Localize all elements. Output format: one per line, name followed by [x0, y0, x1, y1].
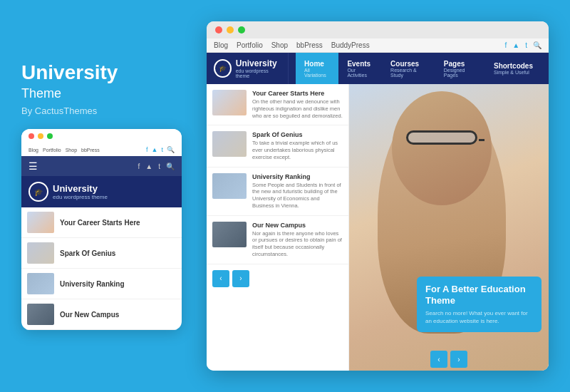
list-item-title: Our New Campus — [60, 311, 119, 319]
campus-img — [212, 222, 247, 247]
list-item-desc: To take a trivial example which of us ev… — [252, 140, 343, 160]
topbar-link-bbpress[interactable]: bbPress — [296, 41, 323, 49]
theme-subtitle: Theme — [21, 86, 185, 101]
left-panel: University Theme By CactusThemes BlogPor… — [21, 62, 185, 331]
list-item-image — [27, 212, 54, 233]
glasses-bridge — [479, 139, 484, 141]
list-item-img — [212, 222, 247, 247]
theme-author: By CactusThemes — [21, 105, 185, 116]
topbar-link-shop[interactable]: Shop — [271, 41, 288, 49]
mobile-logo-bar: 🎓 University edu wordpress theme — [21, 176, 182, 207]
browser-logo-title: University — [236, 58, 281, 68]
browser-list-panel: Your Career Starts Here On the other han… — [207, 84, 349, 371]
browser-logo-icon: 🎓 — [214, 59, 232, 78]
list-item-image — [27, 273, 54, 294]
mobile-search-icon[interactable]: 🔍 — [166, 163, 175, 170]
hero-head — [392, 91, 492, 205]
list-item-title: Your Career Starts Here — [252, 90, 343, 97]
mobile-header-bar — [21, 129, 182, 143]
list-item-img — [212, 131, 247, 157]
list-item-title: Your Career Starts Here — [60, 219, 140, 227]
hero-card-desc: Search no more! What you ever want for a… — [425, 309, 533, 325]
nav-item-events[interactable]: Events Our Activities — [338, 53, 382, 84]
list-item-image — [27, 242, 54, 264]
topbar-link-portfolio[interactable]: Portfolio — [237, 41, 263, 49]
list-item-desc: On the other hand we denounce with right… — [252, 98, 343, 119]
hero-overlay-card: For A Better Education Theme Search no m… — [417, 277, 542, 332]
list-item-title: Spark Of Genius — [60, 249, 115, 257]
list-item[interactable]: Spark Of Genius To take a trivial exampl… — [207, 125, 348, 167]
list-item-title: Spark Of Genius — [252, 131, 343, 138]
mobile-top-bar: BlogPortfolioShopbbPress f▲t🔍 — [21, 143, 182, 156]
next-arrow[interactable]: › — [232, 270, 249, 287]
browser-logo-area: 🎓 University edu wordpress theme — [214, 53, 289, 84]
list-item-title: Our New Campus — [252, 222, 343, 229]
spark-image — [27, 242, 54, 264]
browser-mockup: Blog Portfolio Shop bbPress BuddyPress f… — [207, 21, 549, 371]
nav-sub-shortcodes: Simple & Useful — [494, 70, 533, 75]
hero-prev-arrow[interactable]: ‹ — [430, 351, 447, 368]
nav-item-shortcodes[interactable]: Shortcodes Simple & Useful — [485, 53, 542, 84]
browser-content: Your Career Starts Here On the other han… — [207, 84, 549, 371]
ranking-img — [212, 173, 247, 199]
list-item-img — [212, 90, 247, 115]
list-item-img — [212, 173, 247, 199]
browser-chrome — [207, 21, 549, 38]
browser-topbar: Blog Portfolio Shop bbPress BuddyPress f… — [207, 38, 549, 53]
dot-yellow — [38, 133, 43, 139]
browser-nav: 🎓 University edu wordpress theme Home Al… — [207, 53, 549, 84]
browser-hero: For A Better Education Theme Search no m… — [349, 84, 549, 371]
facebook-icon[interactable]: f — [505, 41, 507, 49]
mobile-logo-name: University — [53, 183, 108, 194]
nav-item-courses[interactable]: Courses Research & Study — [382, 53, 435, 84]
nav-item-pages[interactable]: Pages Designed Pages — [435, 53, 485, 84]
list-item-image — [27, 304, 54, 325]
hamburger-icon[interactable]: ☰ — [28, 160, 38, 172]
glasses-left — [406, 130, 477, 145]
nav-label-home: Home — [304, 60, 330, 68]
browser-dot-red — [215, 26, 222, 33]
prev-arrow[interactable]: ‹ — [212, 270, 229, 287]
hero-card-title: For A Better Education Theme — [425, 284, 533, 306]
list-item-desc: Some People and Students in front of the… — [252, 182, 343, 210]
browser-dot-yellow — [227, 26, 234, 33]
topbar-link-blog[interactable]: Blog — [214, 41, 228, 49]
browser-topbar-links: Blog Portfolio Shop bbPress BuddyPress — [214, 41, 370, 49]
search-icon[interactable]: 🔍 — [533, 41, 542, 49]
nav-sub-pages: Designed Pages — [444, 68, 477, 78]
mobile-topbar-links: BlogPortfolioShopbbPress — [28, 148, 100, 153]
list-item-title: University Ranking — [252, 173, 343, 180]
browser-logo-sub: edu wordpress theme — [236, 68, 281, 78]
mobile-logo-icon: 🎓 — [28, 182, 48, 202]
youtube-icon[interactable]: ▲ — [512, 41, 519, 49]
spark-img — [212, 131, 247, 157]
mobile-topbar-icons: f▲t🔍 — [146, 146, 175, 153]
dot-green — [47, 133, 53, 139]
list-item-desc: Nor again is there anyone who loves or p… — [252, 230, 343, 258]
career-img — [212, 90, 247, 115]
list-item-content: Spark Of Genius To take a trivial exampl… — [252, 131, 343, 160]
nav-label-courses: Courses — [390, 60, 427, 68]
list-item[interactable]: Spark Of Genius — [21, 238, 182, 269]
list-item-content: University Ranking Some People and Stude… — [252, 173, 343, 210]
list-item[interactable]: Our New Campus — [21, 299, 182, 330]
list-item[interactable]: University Ranking Some People and Stude… — [207, 167, 348, 216]
nav-sub-courses: Research & Study — [390, 68, 427, 78]
nav-label-pages: Pages — [444, 60, 477, 68]
list-item[interactable]: Our New Campus Nor again is there anyone… — [207, 216, 348, 264]
list-item[interactable]: University Ranking — [21, 269, 182, 299]
nav-label-events: Events — [347, 60, 373, 68]
browser-logo-text-wrap: University edu wordpress theme — [236, 58, 281, 78]
career-image — [27, 212, 54, 233]
topbar-link-buddypress[interactable]: BuddyPress — [331, 41, 370, 49]
hero-arrows: ‹ › — [430, 351, 467, 368]
twitter-icon[interactable]: t — [525, 41, 527, 49]
list-item-title: University Ranking — [60, 280, 125, 288]
mobile-logo-sub: edu wordpress theme — [53, 194, 108, 200]
nav-item-home[interactable]: Home All Variations — [296, 53, 338, 84]
theme-title: University — [21, 62, 185, 84]
list-item[interactable]: Your Career Starts Here On the other han… — [207, 84, 348, 125]
list-item[interactable]: Your Career Starts Here — [21, 207, 182, 238]
ranking-image — [27, 273, 54, 294]
hero-next-arrow[interactable]: › — [450, 351, 467, 368]
